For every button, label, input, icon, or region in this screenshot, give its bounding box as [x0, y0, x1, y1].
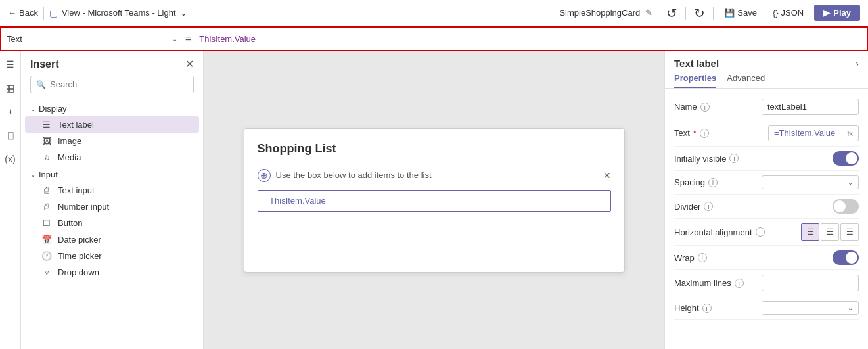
prop-name-input[interactable] — [762, 99, 859, 115]
search-input[interactable] — [50, 80, 188, 89]
prop-text-label: Text * i — [674, 128, 709, 138]
properties-panel-header: Text label › — [665, 51, 868, 69]
prop-text-value[interactable]: =ThisItem.Value fx — [768, 125, 859, 141]
prop-divider-info-icon[interactable]: i — [704, 202, 713, 211]
insert-item-date-picker[interactable]: 📅 Date picker — [25, 231, 199, 248]
save-label: Save — [737, 8, 757, 18]
prop-height-select[interactable]: ⌄ — [762, 301, 859, 315]
prop-maximum-lines-info-icon[interactable]: i — [735, 279, 744, 288]
prop-height-info-icon[interactable]: i — [702, 304, 712, 313]
insert-item-media[interactable]: ♫ Media — [25, 149, 199, 166]
formula-value: ThisItem.Value — [199, 34, 256, 44]
sidebar-add-icon[interactable]: + — [5, 104, 15, 120]
tab-advanced[interactable]: Advanced — [727, 73, 765, 88]
align-center-button[interactable]: ☰ — [821, 223, 839, 241]
card-hint-target-icon[interactable]: ⊕ — [258, 169, 271, 182]
json-braces-icon: {} — [773, 8, 779, 18]
prop-maximum-lines: Maximum lines i — [674, 270, 859, 296]
insert-item-number-input[interactable]: ⎙ Number input — [25, 198, 199, 215]
prop-text-fx-icon[interactable]: fx — [847, 129, 853, 137]
save-icon: 💾 — [724, 8, 735, 18]
prop-horizontal-alignment-buttons: ☰ ☰ ☰ — [801, 223, 859, 241]
prop-text-info-icon[interactable]: i — [700, 129, 709, 138]
formula-selector-value: Text — [7, 34, 168, 44]
prop-maximum-lines-input[interactable] — [762, 275, 859, 291]
insert-item-media-text: Media — [58, 152, 81, 162]
card-hint-row: ⊕ Use the box below to add items to the … — [258, 165, 611, 186]
align-right-button[interactable]: ☰ — [840, 223, 859, 241]
formula-selector[interactable]: Text ⌄ — [7, 34, 177, 44]
play-icon: ▶ — [823, 8, 830, 18]
prop-name-info-icon[interactable]: i — [700, 103, 710, 112]
time-picker-icon: 🕐 — [41, 251, 53, 261]
prop-initially-visible-label: Initially visible i — [674, 154, 739, 164]
json-button[interactable]: {} JSON — [767, 5, 809, 20]
prop-wrap-info-icon[interactable]: i — [698, 253, 707, 262]
properties-panel-expand-button[interactable]: › — [856, 58, 859, 69]
prop-wrap: Wrap i — [674, 246, 859, 270]
prop-text: Text * i =ThisItem.Value fx — [674, 120, 859, 147]
insert-item-time-picker-text: Time picker — [58, 251, 102, 261]
prop-height-chevron-icon: ⌄ — [848, 304, 853, 312]
image-icon: 🖼 — [41, 136, 53, 146]
insert-item-text-input-text: Text input — [58, 185, 95, 195]
insert-panel-close-button[interactable]: ✕ — [185, 58, 194, 70]
redo-button[interactable]: ↻ — [691, 5, 708, 21]
card-title: Shopping List — [258, 142, 611, 156]
insert-panel-header: Insert ✕ — [21, 51, 203, 76]
topbar-divider — [43, 7, 44, 20]
json-label: JSON — [781, 8, 804, 18]
divider1 — [658, 7, 658, 20]
properties-tabs: Properties Advanced — [665, 69, 868, 89]
section-input-header[interactable]: ⌄ Input — [25, 166, 199, 182]
sidebar-menu-icon[interactable]: ☰ — [3, 57, 17, 72]
main-content: ☰ ▦ + ⎕ (x) Insert ✕ 🔍 ⌄ Display ☰ Text … — [0, 51, 868, 349]
sidebar-data-icon[interactable]: ⎕ — [5, 128, 16, 143]
prop-initially-visible-toggle[interactable] — [833, 151, 859, 166]
prop-spacing-chevron-icon: ⌄ — [848, 179, 853, 186]
topbar: ← Back ▢ View - Microsoft Teams - Light … — [0, 0, 868, 26]
view-selector[interactable]: ▢ View - Microsoft Teams - Light ⌄ — [49, 8, 187, 18]
insert-item-drop-down[interactable]: ▿ Drop down — [25, 264, 199, 281]
card: Shopping List ⊕ Use the box below to add… — [244, 128, 625, 273]
edit-icon[interactable]: ✎ — [645, 8, 652, 18]
undo-button[interactable]: ↺ — [664, 5, 680, 21]
number-input-icon: ⎙ — [41, 202, 53, 212]
insert-item-button[interactable]: ☐ Button — [25, 215, 199, 231]
text-label-icon: ☰ — [41, 120, 53, 129]
align-left-button[interactable]: ☰ — [801, 223, 819, 241]
play-button[interactable]: ▶ Play — [814, 5, 860, 21]
divider3 — [713, 7, 714, 20]
prop-horizontal-alignment-info-icon[interactable]: i — [756, 227, 765, 237]
sidebar-variables-icon[interactable]: (x) — [2, 151, 18, 167]
prop-spacing-select[interactable]: ⌄ — [762, 175, 859, 189]
prop-wrap-toggle[interactable] — [833, 250, 859, 265]
search-box[interactable]: 🔍 — [30, 76, 194, 93]
prop-spacing-info-icon[interactable]: i — [708, 178, 718, 187]
prop-height-label: Height i — [674, 303, 712, 313]
search-icon: 🔍 — [36, 80, 46, 89]
insert-item-text-label[interactable]: ☰ Text label — [25, 116, 199, 133]
button-icon: ☐ — [41, 218, 53, 228]
play-label: Play — [833, 8, 851, 18]
section-display-header[interactable]: ⌄ Display — [25, 100, 199, 116]
prop-spacing-label: Spacing i — [674, 177, 718, 187]
prop-initially-visible-info-icon[interactable]: i — [729, 154, 739, 163]
sidebar-layers-icon[interactable]: ▦ — [3, 80, 17, 96]
media-icon: ♫ — [41, 152, 53, 162]
back-arrow-icon: ← — [8, 8, 16, 18]
insert-item-image[interactable]: 🖼 Image — [25, 133, 199, 149]
card-hint-close-icon[interactable]: ✕ — [603, 170, 611, 181]
teams-icon: ▢ — [49, 8, 58, 18]
tab-properties[interactable]: Properties — [674, 73, 716, 88]
properties-panel: Text label › Properties Advanced Name i … — [664, 51, 868, 349]
save-button[interactable]: 💾 Save — [719, 5, 762, 20]
insert-item-button-text: Button — [58, 218, 83, 228]
prop-divider-toggle[interactable] — [833, 199, 859, 214]
card-text-value[interactable]: =ThisItem.Value — [258, 190, 611, 212]
properties-panel-title: Text label — [674, 58, 719, 69]
insert-item-text-input[interactable]: ⎙ Text input — [25, 182, 199, 198]
insert-item-time-picker[interactable]: 🕐 Time picker — [25, 248, 199, 264]
section-input-label: Input — [39, 170, 58, 179]
back-button[interactable]: ← Back — [8, 8, 38, 18]
